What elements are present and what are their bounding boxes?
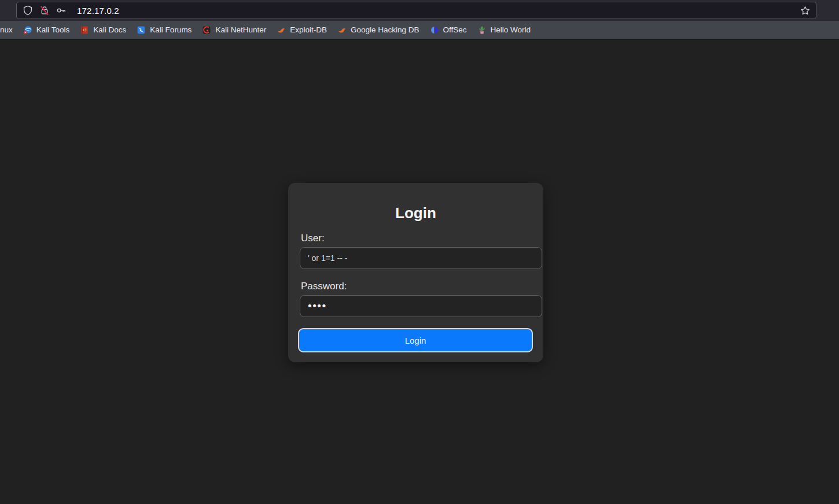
password-input[interactable]	[300, 295, 542, 317]
bookmark-google-hacking-db[interactable]: Google Hacking DB	[337, 25, 420, 35]
bookmark-kali-docs[interactable]: Kali Docs	[80, 25, 126, 35]
bookmark-label: Kali Tools	[36, 25, 70, 34]
bookmark-hello-world[interactable]: Hello World	[477, 25, 531, 35]
login-card: Login User: Password: Login	[288, 183, 543, 362]
key-icon[interactable]	[56, 5, 67, 16]
ghdb-bird-icon	[337, 25, 347, 35]
kali-docs-icon	[80, 25, 89, 35]
password-label: Password:	[301, 281, 347, 292]
bookmark-label: nux	[0, 25, 13, 34]
kali-nethunter-icon	[202, 25, 211, 35]
insecure-lock-icon[interactable]	[39, 5, 50, 16]
login-button[interactable]: Login	[298, 328, 533, 352]
page-content: Login User: Password: Login	[0, 41, 839, 504]
browser-window: 172.17.0.2 nux Kali Tools Kali Docs Kali…	[0, 0, 839, 504]
url-text[interactable]: 172.17.0.2	[77, 6, 119, 16]
bookmark-kali-linux-clipped[interactable]: nux	[0, 25, 13, 34]
bookmark-label: Google Hacking DB	[351, 25, 420, 34]
exploit-db-bird-icon	[277, 25, 286, 35]
browser-toolbar: 172.17.0.2	[0, 0, 839, 21]
offsec-icon	[430, 25, 439, 35]
bookmark-exploit-db[interactable]: Exploit-DB	[277, 25, 327, 35]
user-input[interactable]	[300, 247, 542, 269]
bookmark-label: Kali NetHunter	[215, 25, 266, 34]
bookmark-label: Exploit-DB	[290, 25, 327, 34]
bookmark-label: OffSec	[443, 25, 467, 34]
bookmark-kali-nethunter[interactable]: Kali NetHunter	[202, 25, 266, 35]
login-title: Login	[288, 204, 543, 222]
kali-tools-icon	[23, 25, 32, 35]
url-bar[interactable]: 172.17.0.2	[16, 2, 816, 19]
bookmark-star-icon[interactable]	[797, 3, 812, 17]
bookmarks-bar: nux Kali Tools Kali Docs Kali Forums Kal…	[0, 21, 839, 40]
bookmark-label: Kali Docs	[93, 25, 126, 34]
kali-forums-icon	[137, 25, 146, 35]
shield-icon[interactable]	[22, 5, 34, 16]
cactus-icon	[477, 25, 487, 35]
bookmark-kali-forums[interactable]: Kali Forums	[137, 25, 192, 35]
bookmark-label: Hello World	[491, 25, 531, 34]
bookmark-label: Kali Forums	[150, 25, 192, 34]
bookmark-offsec[interactable]: OffSec	[430, 25, 467, 35]
user-label: User:	[301, 233, 325, 244]
bookmark-kali-tools[interactable]: Kali Tools	[23, 25, 70, 35]
